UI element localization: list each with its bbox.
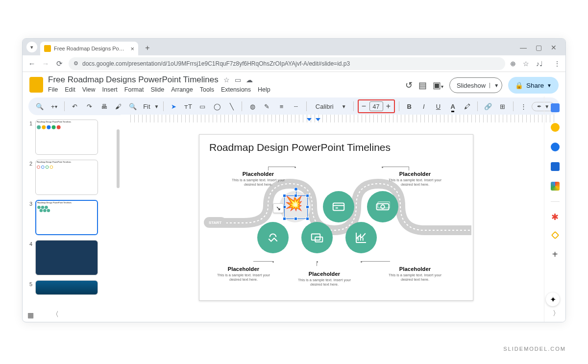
grid-view-button[interactable]: ▦	[27, 311, 34, 319]
slide-thumbnail-4[interactable]	[35, 240, 98, 275]
insert-link-button[interactable]: 🔗	[482, 100, 494, 113]
border-weight-icon[interactable]: ≡	[275, 100, 288, 113]
menu-format[interactable]: Format	[124, 86, 144, 93]
border-dash-icon[interactable]: ┄	[290, 100, 302, 113]
border-color-icon[interactable]: ✎	[261, 100, 273, 113]
slide-thumbnail-3-selected[interactable]: Roadmap Design PowerPoint Timelines	[35, 200, 98, 235]
slide-canvas[interactable]: Roadmap Design PowerPoint Timelines STAR…	[199, 134, 473, 301]
menu-file[interactable]: File	[48, 86, 58, 93]
addon-icon[interactable]: ✱	[551, 213, 560, 221]
star-icon[interactable]: ☆	[223, 76, 230, 84]
tab-search-button[interactable]: ▾	[26, 42, 37, 52]
font-family-selector[interactable]: Calibri ▼	[311, 103, 349, 110]
minimize-button[interactable]: —	[520, 44, 527, 51]
address-bar[interactable]: ⚙ docs.google.com/presentation/d/1oU9MFr…	[69, 57, 505, 70]
fill-color-icon[interactable]: ◍	[246, 100, 259, 113]
zoom-level[interactable]: Fit	[141, 103, 152, 110]
new-slide-button[interactable]: +▾	[48, 100, 61, 113]
chrome-menu-icon[interactable]: ⋮	[554, 60, 561, 68]
calendar-icon[interactable]	[551, 103, 560, 112]
undo-button[interactable]: ↶	[69, 100, 81, 113]
slide-thumbnail-5[interactable]	[35, 280, 98, 295]
selected-shape-explosion[interactable]: 💥	[284, 195, 308, 219]
text-color-button[interactable]: A	[446, 100, 459, 113]
close-window-button[interactable]: ✕	[551, 44, 557, 51]
slide-thumbnail-1[interactable]: Roadmap Design PowerPoint Timelines	[35, 120, 98, 155]
placeholder-text-1[interactable]: Placeholder This is a sample text. Inser…	[229, 171, 288, 187]
roadmap-node-4[interactable]	[257, 222, 289, 253]
slides-logo-icon[interactable]	[29, 77, 43, 93]
menu-extensions[interactable]: Extensions	[221, 86, 251, 93]
font-size-decrease-button[interactable]: −	[359, 102, 369, 111]
italic-button[interactable]: I	[417, 100, 430, 113]
slideshow-dropdown-icon[interactable]: ▼	[490, 83, 499, 88]
browser-tab[interactable]: Free Roadmap Designs PowerP... ×	[40, 42, 138, 55]
ruler-indent-markers[interactable]	[307, 115, 321, 121]
print-button[interactable]: 🖶	[98, 100, 110, 113]
filmstrip-scrollbar[interactable]	[117, 129, 120, 188]
paint-format-button[interactable]: 🖌	[112, 100, 125, 113]
roadmap-node-2[interactable]	[323, 191, 354, 222]
roadmap-node-5[interactable]	[301, 222, 333, 253]
menu-view[interactable]: View	[82, 86, 96, 93]
more-options-button[interactable]: ⋮	[517, 100, 530, 113]
tab-close-icon[interactable]: ×	[130, 45, 134, 52]
share-dropdown-icon[interactable]: ▼	[547, 83, 552, 88]
maximize-button[interactable]: ▢	[536, 44, 542, 51]
line-tool-icon[interactable]: ╲	[225, 100, 238, 113]
roadmap-node-6[interactable]	[345, 222, 377, 253]
bookmark-star-icon[interactable]: ☆	[523, 60, 529, 68]
select-tool-icon[interactable]: ➤	[167, 100, 180, 113]
shape-tool-icon[interactable]: ◯	[211, 100, 223, 113]
addon-icon-2[interactable]	[551, 231, 559, 240]
comments-icon[interactable]: ▤	[418, 80, 427, 91]
placeholder-text-4[interactable]: Placeholder This is a sample text. Inser…	[295, 271, 354, 287]
tasks-icon[interactable]	[551, 143, 560, 151]
rotation-handle[interactable]	[294, 187, 298, 191]
roadmap-node-3[interactable]	[367, 191, 398, 222]
meet-camera-icon[interactable]: ▣▾	[433, 80, 443, 91]
history-icon[interactable]: ↺	[405, 80, 413, 91]
menu-insert[interactable]: Insert	[102, 86, 118, 93]
menu-slide[interactable]: Slide	[150, 86, 164, 93]
get-addons-button[interactable]: +	[552, 249, 558, 260]
underline-button[interactable]: U	[432, 100, 445, 113]
move-folder-icon[interactable]: ▭	[235, 76, 241, 84]
textbox-tool-icon[interactable]: ᴛT	[182, 100, 195, 113]
font-size-increase-button[interactable]: +	[383, 102, 394, 111]
menu-tools[interactable]: Tools	[200, 86, 214, 93]
site-info-icon[interactable]: ⚙	[74, 60, 78, 67]
menu-arrange[interactable]: Arrange	[171, 86, 193, 93]
menu-edit[interactable]: Edit	[65, 86, 75, 93]
document-title[interactable]: Free Roadmap Designs PowerPoint Timeline…	[48, 75, 219, 85]
forward-button[interactable]: →	[41, 59, 50, 68]
search-menus-icon[interactable]: 🔍	[33, 100, 46, 113]
image-tool-icon[interactable]: ▭	[196, 100, 209, 113]
slideshow-button[interactable]: Slideshow ▼	[449, 77, 502, 93]
back-button[interactable]: ←	[27, 59, 36, 68]
slide-thumbnail-2[interactable]: Roadmap Design PowerPoint Timelines	[35, 160, 98, 195]
browser-toolbar: ← → ⟳ ⚙ docs.google.com/presentation/d/1…	[23, 55, 565, 72]
keep-icon[interactable]	[551, 123, 560, 132]
bold-button[interactable]: B	[403, 100, 416, 113]
contacts-icon[interactable]	[551, 162, 560, 171]
reload-button[interactable]: ⟳	[55, 59, 64, 68]
floating-format-button[interactable]: ↘	[273, 203, 284, 213]
share-button[interactable]: 🔒 Share ▼	[508, 77, 559, 94]
redo-button[interactable]: ↷	[83, 100, 96, 113]
placeholder-text-5[interactable]: Placeholder This is a sample text. Inser…	[386, 266, 444, 282]
zoom-dropdown-icon[interactable]: ▼	[154, 104, 159, 109]
highlight-color-button[interactable]: 🖍	[461, 100, 474, 113]
font-size-input[interactable]: 47	[369, 101, 383, 111]
tab-title: Free Roadmap Designs PowerP...	[54, 46, 127, 51]
zoom-tool-icon[interactable]: 🔍	[127, 100, 140, 113]
placeholder-text-2[interactable]: Placeholder This is a sample text. Inser…	[386, 171, 444, 187]
new-tab-button[interactable]: +	[142, 43, 153, 53]
maps-icon[interactable]	[551, 182, 560, 191]
zoom-indicator-icon[interactable]: ⊕	[510, 60, 516, 68]
media-control-icon[interactable]: ♪♩	[536, 60, 543, 68]
menu-help[interactable]: Help	[258, 86, 270, 93]
prev-slide-button[interactable]: 〈	[52, 310, 59, 319]
placeholder-text-3[interactable]: Placeholder This is a sample text. Inser…	[214, 266, 273, 282]
insert-comment-button[interactable]: ⊞	[496, 100, 509, 113]
